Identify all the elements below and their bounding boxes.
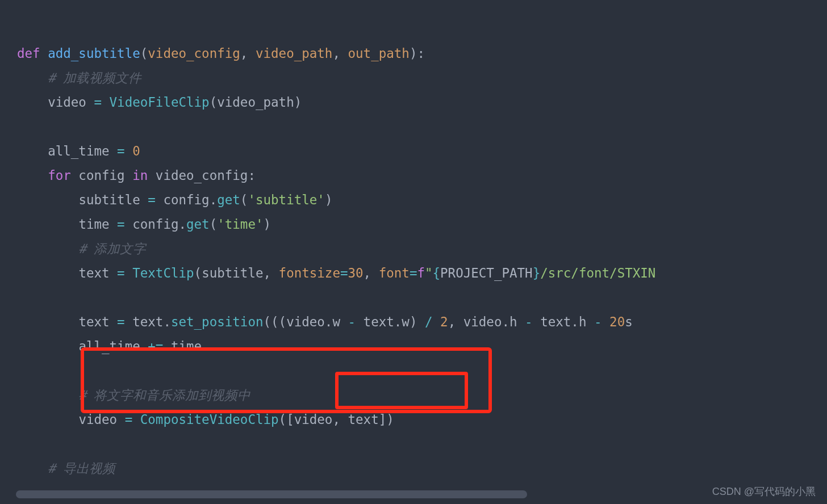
code-line: subtitle = config.get('subtitle') bbox=[17, 192, 332, 207]
horizontal-scrollbar[interactable] bbox=[16, 490, 527, 498]
code-line: time = config.get('time') bbox=[17, 217, 271, 232]
code-line: text = TextClip(subtitle, fontsize=30, f… bbox=[17, 266, 655, 280]
code-line bbox=[17, 436, 25, 451]
code-line bbox=[17, 119, 25, 134]
code-line: all_time += time bbox=[17, 339, 202, 354]
code-line: for config in video_config: bbox=[17, 168, 256, 183]
code-line: video = CompositeVideoClip([video, text]… bbox=[17, 412, 394, 427]
highlight-box-outer bbox=[81, 347, 492, 413]
highlight-box-inner bbox=[335, 372, 468, 409]
code-line: video = VideoFileClip(video_path) bbox=[17, 95, 302, 110]
code-line: def add_subtitle(video_config, video_pat… bbox=[17, 46, 425, 61]
code-editor[interactable]: def add_subtitle(video_config, video_pat… bbox=[0, 0, 827, 487]
code-line bbox=[17, 363, 25, 378]
code-line: # 添加文字 bbox=[17, 241, 146, 256]
code-line: all_time = 0 bbox=[17, 144, 140, 158]
watermark-text: CSDN @写代码的小黑 bbox=[712, 485, 816, 498]
code-line: video.write_videofile(out_path, codec='m… bbox=[17, 485, 548, 487]
code-line: # 加载视频文件 bbox=[17, 70, 141, 85]
code-line: # 将文字和音乐添加到视频中 bbox=[17, 388, 250, 402]
code-line: # 导出视频 bbox=[17, 461, 115, 476]
code-line bbox=[17, 290, 25, 305]
code-line: text = text.set_position(((video.w - tex… bbox=[17, 314, 633, 329]
